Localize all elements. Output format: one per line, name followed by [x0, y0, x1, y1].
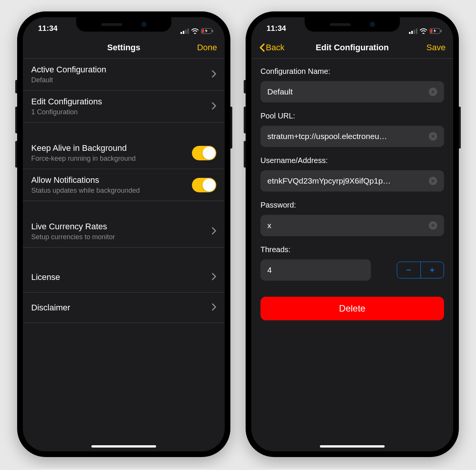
- stepper-minus-button[interactable]: −: [397, 262, 421, 278]
- stepper-plus-button[interactable]: +: [421, 262, 444, 278]
- phone-right: 11:34 Back Edit Configuration Save Confi…: [246, 11, 459, 457]
- page-title: Edit Configuration: [316, 43, 389, 53]
- input-value: x: [267, 221, 426, 230]
- save-button[interactable]: Save: [426, 43, 446, 53]
- settings-list: Active Configuration Default Edit Config…: [23, 59, 225, 323]
- pool-url-input[interactable]: stratum+tcp://uspool.electroneu…: [260, 126, 444, 147]
- keep-alive-toggle[interactable]: [192, 146, 216, 160]
- cellular-icon: [409, 29, 417, 34]
- cellular-icon: [180, 29, 189, 34]
- battery-low-charging-icon: [430, 28, 442, 34]
- svg-rect-12: [441, 30, 442, 32]
- status-time: 11:34: [267, 24, 286, 38]
- back-label: Back: [266, 43, 284, 53]
- password-input[interactable]: x: [260, 215, 444, 236]
- svg-rect-3: [187, 29, 189, 34]
- clear-icon[interactable]: [429, 221, 437, 230]
- chevron-right-icon: [212, 102, 216, 111]
- row-allow-notifications: Allow Notifications Status updates while…: [23, 169, 225, 201]
- back-button[interactable]: Back: [259, 43, 284, 53]
- status-time: 11:34: [38, 24, 58, 38]
- input-value: Default: [267, 87, 426, 96]
- cell-subtitle: Setup currencies to monitor: [31, 233, 212, 241]
- cell-title: Disclaimer: [31, 303, 212, 313]
- nav-bar-edit: Back Edit Configuration Save: [251, 38, 453, 59]
- input-value: etnkFVQd23mYpcyrpj9X6ifQp1p…: [267, 176, 426, 185]
- svg-rect-7: [409, 32, 411, 34]
- username-input[interactable]: etnkFVQd23mYpcyrpj9X6ifQp1p…: [260, 170, 444, 192]
- screen-settings: 11:34 Settings Done Active Configuration…: [23, 17, 225, 451]
- home-indicator[interactable]: [91, 445, 156, 448]
- chevron-right-icon: [212, 273, 216, 282]
- cell-subtitle: Status updates while backgrounded: [31, 187, 192, 195]
- configuration-name-input[interactable]: Default: [260, 81, 444, 102]
- svg-rect-5: [212, 30, 213, 32]
- threads-input[interactable]: 4: [260, 259, 371, 281]
- svg-rect-9: [414, 30, 415, 34]
- cell-title: Keep Alive in Background: [31, 143, 192, 153]
- label-pool-url: Pool URL:: [260, 112, 444, 120]
- svg-rect-6: [202, 29, 204, 33]
- svg-rect-10: [416, 29, 417, 34]
- edit-form: Configuration Name: Default Pool URL: st…: [251, 59, 453, 329]
- input-value: 4: [267, 265, 364, 275]
- cell-title: Active Configuration: [31, 65, 212, 75]
- svg-rect-2: [185, 30, 187, 34]
- input-value: stratum+tcp://uspool.electroneu…: [267, 132, 426, 141]
- svg-rect-1: [183, 31, 184, 34]
- row-edit-configurations[interactable]: Edit Configurations 1 Configuration: [23, 91, 225, 123]
- clear-icon[interactable]: [429, 88, 437, 96]
- cell-title: License: [31, 272, 212, 282]
- screen-edit-configuration: 11:34 Back Edit Configuration Save Confi…: [251, 17, 453, 451]
- svg-rect-13: [431, 29, 433, 33]
- chevron-right-icon: [212, 303, 216, 312]
- clear-icon[interactable]: [429, 177, 437, 185]
- chevron-right-icon: [212, 70, 216, 79]
- cell-title: Live Currency Rates: [31, 222, 212, 232]
- row-live-currency-rates[interactable]: Live Currency Rates Setup currencies to …: [23, 216, 225, 248]
- cell-subtitle: 1 Configuration: [31, 108, 212, 116]
- svg-rect-8: [411, 31, 413, 34]
- delete-button[interactable]: Delete: [260, 297, 444, 320]
- svg-rect-0: [180, 32, 182, 34]
- threads-stepper: − +: [397, 262, 444, 278]
- phone-left: 11:34 Settings Done Active Configuration…: [17, 11, 230, 457]
- nav-bar-settings: Settings Done: [23, 38, 225, 59]
- wifi-icon: [420, 28, 427, 34]
- page-title: Settings: [107, 43, 141, 53]
- clear-icon[interactable]: [429, 132, 437, 141]
- notifications-toggle[interactable]: [192, 178, 216, 192]
- home-indicator[interactable]: [320, 445, 385, 448]
- battery-low-charging-icon: [201, 28, 213, 34]
- chevron-right-icon: [212, 227, 216, 236]
- cell-subtitle: Default: [31, 76, 212, 84]
- row-keep-alive: Keep Alive in Background Force-keep runn…: [23, 137, 225, 169]
- done-button[interactable]: Done: [197, 43, 217, 53]
- cell-title: Allow Notifications: [31, 175, 192, 185]
- label-password: Password:: [260, 201, 444, 209]
- wifi-icon: [191, 28, 199, 34]
- row-disclaimer[interactable]: Disclaimer: [23, 293, 225, 323]
- cell-subtitle: Force-keep running in background: [31, 155, 192, 163]
- row-active-configuration[interactable]: Active Configuration Default: [23, 59, 225, 91]
- row-license[interactable]: License: [23, 262, 225, 293]
- cell-title: Edit Configurations: [31, 97, 212, 107]
- label-username: Username/Address:: [260, 156, 444, 165]
- chevron-left-icon: [259, 43, 265, 52]
- label-configuration-name: Configuration Name:: [260, 67, 444, 76]
- label-threads: Threads:: [260, 245, 444, 254]
